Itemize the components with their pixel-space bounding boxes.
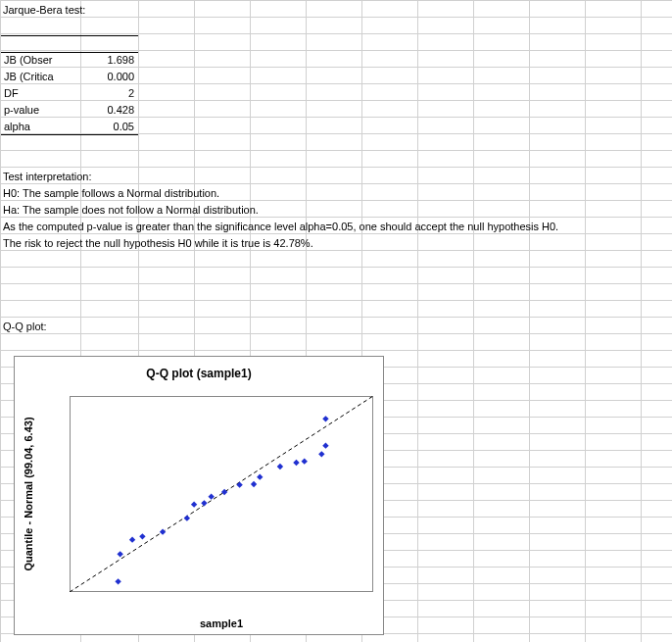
axis-labels-svg: sample1 Quantile - Normal (99.04, 6.43): [15, 357, 385, 636]
stat-value: 0.428: [80, 102, 136, 119]
x-axis-label: sample1: [200, 617, 243, 629]
interpretation-line: Ha: The sample does not follow a Normal …: [1, 202, 261, 219]
qq-plot-label: Q-Q plot:: [1, 319, 49, 335]
stat-label: JB (Critica: [2, 69, 80, 85]
y-axis-label: Quantile - Normal (99.04, 6.43): [23, 417, 34, 570]
stat-label: DF: [2, 85, 80, 102]
stat-label: p-value: [2, 102, 80, 119]
qq-chart: Q-Q plot (sample1) 859095100105110115 85…: [14, 356, 384, 635]
stats-top-rule: [1, 35, 138, 36]
stat-value: 0.05: [80, 119, 136, 135]
interpretation-line: The risk to reject the null hypothesis H…: [1, 235, 315, 252]
stat-value: 2: [80, 85, 136, 102]
stat-label: alpha: [2, 119, 80, 135]
stat-value: 0.000: [80, 69, 136, 85]
stat-value: 1.698: [80, 52, 136, 69]
stat-label: JB (Obser: [2, 52, 80, 69]
interpretation-line: H0: The sample follows a Normal distribu…: [1, 185, 221, 202]
interpretation-line: As the computed p-value is greater than …: [1, 219, 560, 235]
interpretation-title: Test interpretation:: [1, 169, 94, 185]
section-title-jb: Jarque-Bera test:: [1, 2, 87, 19]
